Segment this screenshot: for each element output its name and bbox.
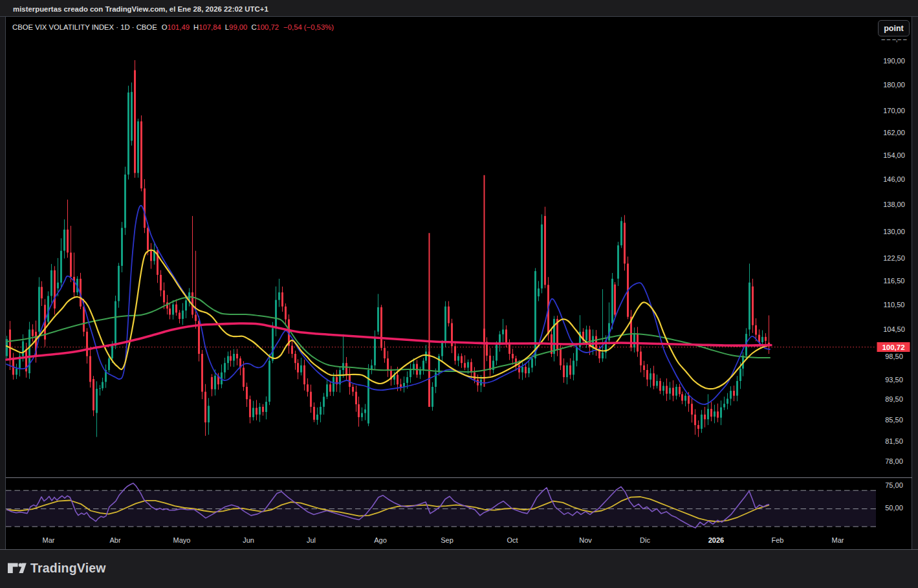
svg-text:Oct: Oct [507,536,518,544]
svg-text:81,50: 81,50 [885,437,903,445]
svg-text:98,50: 98,50 [885,353,903,360]
svg-text:Sep: Sep [441,536,454,544]
svg-text:130,00: 130,00 [883,228,905,235]
svg-text:Mar: Mar [832,536,844,544]
svg-text:138,00: 138,00 [883,201,905,208]
svg-text:116,50: 116,50 [884,277,905,285]
svg-text:Ago: Ago [374,536,387,544]
svg-text:146,00: 146,00 [883,175,905,183]
svg-text:110,50: 110,50 [884,301,905,309]
svg-text:122,50: 122,50 [883,254,905,262]
svg-text:180,00: 180,00 [883,81,905,89]
svg-text:Mar: Mar [43,536,55,544]
svg-text:75,00: 75,00 [885,481,903,489]
svg-text:Dic: Dic [640,536,650,544]
svg-text:TradingView: TradingView [30,561,106,575]
svg-text:Feb: Feb [772,536,784,544]
svg-text:point: point [884,24,904,33]
svg-text:89,50: 89,50 [885,395,903,403]
svg-text:Jun: Jun [243,536,254,544]
svg-text:154,00: 154,00 [883,151,905,159]
svg-text:misterpuertas creado con Tradi: misterpuertas creado con TradingView.com… [13,5,268,13]
svg-text:Jul: Jul [307,536,316,544]
svg-text:93,50: 93,50 [885,376,903,384]
svg-text:Nov: Nov [579,536,592,544]
svg-text:CBOE VIX VOLATILITY INDEX · 1D: CBOE VIX VOLATILITY INDEX · 1D · CBOEO10… [12,23,334,31]
svg-text:104,50: 104,50 [883,325,905,333]
svg-text:Abr: Abr [109,536,120,544]
svg-text:162,00: 162,00 [883,129,905,136]
svg-text:170,00: 170,00 [883,107,905,114]
svg-text:– – –,– –: – – –,– – [882,36,907,43]
svg-text:190,00: 190,00 [883,57,905,65]
svg-text:50,00: 50,00 [885,504,903,512]
svg-text:2026: 2026 [708,536,724,544]
svg-text:100,72: 100,72 [882,343,904,351]
svg-text:85,50: 85,50 [885,416,903,424]
svg-text:Mayo: Mayo [173,536,191,544]
svg-text:78,00: 78,00 [885,457,903,465]
